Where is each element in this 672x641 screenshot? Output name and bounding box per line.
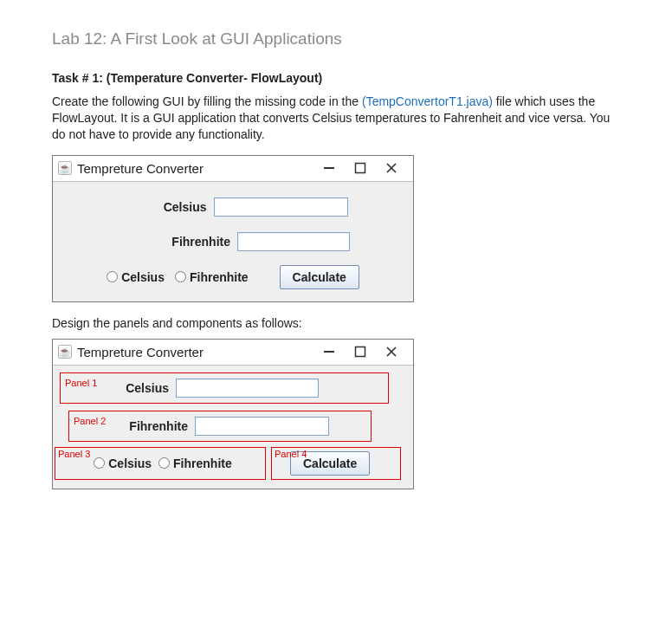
fahrenheit-radio-label-2: Fihrenhite (173, 456, 232, 470)
celsius-input[interactable] (214, 197, 348, 217)
options-row: Celsius Fihrenhite Calculate (61, 256, 404, 289)
fahrenheit-radio-2[interactable]: Fihrenhite (158, 456, 232, 470)
window-2: ☕ Tempreture Converter Panel 1 Celsius (52, 339, 414, 489)
task-file-link[interactable]: (TempConvertorT1.java) (362, 94, 493, 108)
svg-rect-1 (356, 164, 365, 173)
celsius-row: Celsius (61, 192, 404, 222)
panel-3: Panel 3 Celsius Fihrenhite (60, 447, 266, 480)
task-description: Create the following GUI by filling the … (52, 94, 620, 143)
bottom-row: Panel 3 Celsius Fihrenhite Panel 4 Calcu… (60, 442, 406, 480)
panel-2-label: Panel 2 (74, 416, 106, 426)
minimize-icon[interactable] (323, 346, 335, 358)
celsius-radio[interactable]: Celsius (107, 270, 165, 284)
calculate-button[interactable]: Calculate (280, 265, 359, 289)
panel-4-label: Panel 4 (275, 449, 307, 459)
panel-1-label: Panel 1 (65, 378, 97, 388)
radio-icon (107, 271, 118, 282)
window-2-titlebar: ☕ Tempreture Converter (53, 340, 413, 366)
window-2-controls (323, 346, 413, 358)
panel-2: Panel 2 Fihrenhite (60, 411, 406, 442)
window-1: ☕ Tempreture Converter Celsius Fihren (52, 155, 414, 302)
fahrenheit-input[interactable] (237, 232, 350, 251)
svg-rect-5 (356, 347, 365, 357)
fahrenheit-label-2: Fihrenhite (100, 419, 195, 433)
minimize-icon[interactable] (323, 162, 335, 174)
fahrenheit-label: Fihrenhite (116, 235, 237, 249)
design-panels-text: Design the panels and components as foll… (52, 316, 620, 330)
window-1-body: Celsius Fihrenhite Celsius Fihrenhite Ca… (53, 182, 413, 301)
page: Lab 12: A First Look at GUI Applications… (0, 0, 672, 507)
close-icon[interactable] (385, 346, 397, 358)
window-2-title: Tempreture Converter (77, 345, 323, 359)
task-desc-before: Create the following GUI by filling the … (52, 94, 362, 108)
radio-icon (158, 457, 170, 469)
fahrenheit-row: Fihrenhite (61, 222, 404, 256)
fahrenheit-radio-label: Fihrenhite (190, 270, 249, 284)
java-icon: ☕ (58, 345, 72, 359)
fahrenheit-input-2[interactable] (195, 417, 329, 436)
celsius-input-2[interactable] (176, 379, 319, 398)
task-heading: Task # 1: (Temperature Converter- FlowLa… (52, 71, 620, 85)
panel-1: Panel 1 Celsius (60, 372, 406, 404)
fahrenheit-radio[interactable]: Fihrenhite (175, 270, 249, 284)
celsius-radio-label-2: Celsius (108, 456, 152, 470)
java-icon: ☕ (58, 161, 72, 175)
celsius-radio-2[interactable]: Celsius (94, 456, 152, 470)
maximize-icon[interactable] (354, 346, 366, 358)
panel-3-label: Panel 3 (58, 449, 90, 459)
window-1-controls (323, 162, 413, 174)
celsius-radio-label: Celsius (121, 270, 165, 284)
window-1-titlebar: ☕ Tempreture Converter (53, 156, 413, 182)
celsius-label-2: Celsius (100, 381, 176, 395)
close-icon[interactable] (385, 162, 397, 174)
radio-icon (175, 271, 186, 282)
window-2-body: Panel 1 Celsius Panel 2 Fihrenhite Panel… (53, 366, 413, 489)
maximize-icon[interactable] (354, 162, 366, 174)
page-title: Lab 12: A First Look at GUI Applications (52, 29, 620, 49)
radio-icon (94, 457, 105, 469)
panel-4: Panel 4 Calculate (271, 447, 406, 480)
celsius-label: Celsius (119, 200, 214, 214)
window-1-title: Tempreture Converter (77, 161, 323, 176)
